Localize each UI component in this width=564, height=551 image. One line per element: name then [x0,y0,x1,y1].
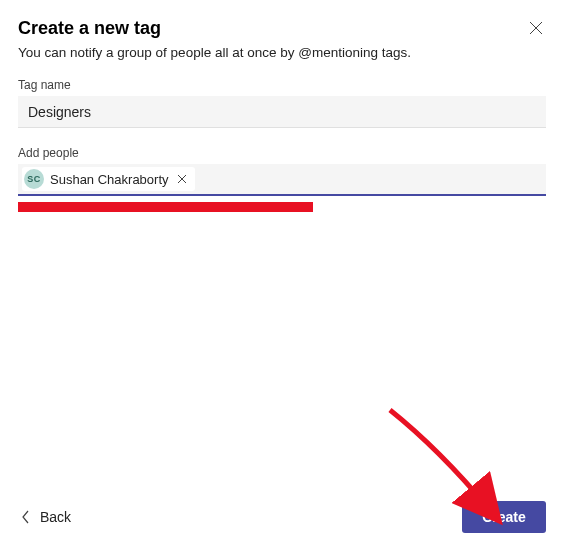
back-button[interactable]: Back [18,503,75,531]
redaction-bar [18,202,313,212]
person-name: Sushan Chakraborty [50,172,169,187]
back-label: Back [40,509,71,525]
tag-name-input[interactable] [18,96,546,128]
dialog-title: Create a new tag [18,18,161,39]
person-chip: SC Sushan Chakraborty [22,167,195,191]
remove-person-icon[interactable] [175,172,189,186]
add-people-input[interactable]: SC Sushan Chakraborty [18,164,546,196]
close-icon[interactable] [528,20,544,36]
tag-name-label: Tag name [18,78,546,92]
chevron-left-icon [22,510,30,524]
dialog-subtitle: You can notify a group of people all at … [18,45,546,60]
add-people-label: Add people [18,146,546,160]
create-button[interactable]: Create [462,501,546,533]
avatar: SC [24,169,44,189]
